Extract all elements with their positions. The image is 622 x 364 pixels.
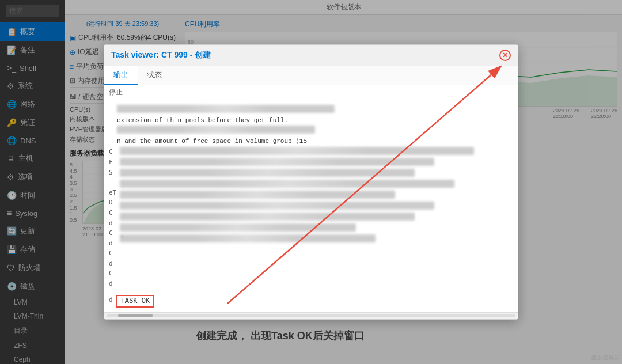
blurred-block-1 — [117, 105, 335, 113]
modal-wrapper: Task viewer: CT 999 - 创建 ✕ 输出 状态 停止 — [104, 44, 518, 319]
tab-status[interactable]: 状态 — [138, 66, 171, 85]
annotation-text: 创建完成， 出现Task OK后关掉窗口 — [196, 329, 365, 343]
content-block-main: C F S eT D C d C d C d C d ' — [109, 147, 513, 289]
content-row-1: extension of thin pools before they get … — [109, 105, 513, 124]
scrollbar-thumb[interactable] — [118, 314, 153, 317]
close-icon: ✕ — [502, 51, 508, 59]
modal-close-button[interactable]: ✕ — [499, 50, 511, 61]
task-ok-row: d TASK OK — [109, 293, 513, 308]
modal-tabs: 输出 状态 — [104, 66, 518, 85]
modal-header: Task viewer: CT 999 - 创建 ✕ — [104, 45, 518, 66]
visible-text-1: extension of thin pools before they get … — [117, 117, 288, 124]
blurred-lines-block: ' — [120, 147, 513, 289]
task-ok-prefix-char: d — [109, 295, 113, 305]
task-viewer-modal: Task viewer: CT 999 - 创建 ✕ 输出 状态 停止 — [104, 44, 518, 319]
scrollbar-track[interactable] — [107, 314, 515, 317]
modal-title: Task viewer: CT 999 - 创建 — [111, 50, 211, 60]
modal-toolbar: 停止 — [104, 85, 518, 100]
modal-overlay: Task viewer: CT 999 - 创建 ✕ 输出 状态 停止 — [0, 0, 622, 364]
modal-scrollbar[interactable] — [104, 312, 518, 319]
content-row-2: n and the amount of free space in volume… — [109, 126, 513, 145]
visible-text-2: n and the amount of free space in volume… — [117, 138, 307, 145]
blurred-block-2 — [117, 126, 315, 134]
task-ok-text: TASK OK — [121, 297, 150, 305]
left-chars: C F S eT D C d C d C d C d — [109, 147, 116, 289]
watermark: 值么值得买 — [591, 354, 620, 362]
task-ok-badge: TASK OK — [116, 295, 154, 308]
tab-output[interactable]: 输出 — [104, 66, 138, 85]
stop-label: 停止 — [109, 88, 123, 96]
modal-body[interactable]: extension of thin pools before they get … — [104, 100, 518, 312]
